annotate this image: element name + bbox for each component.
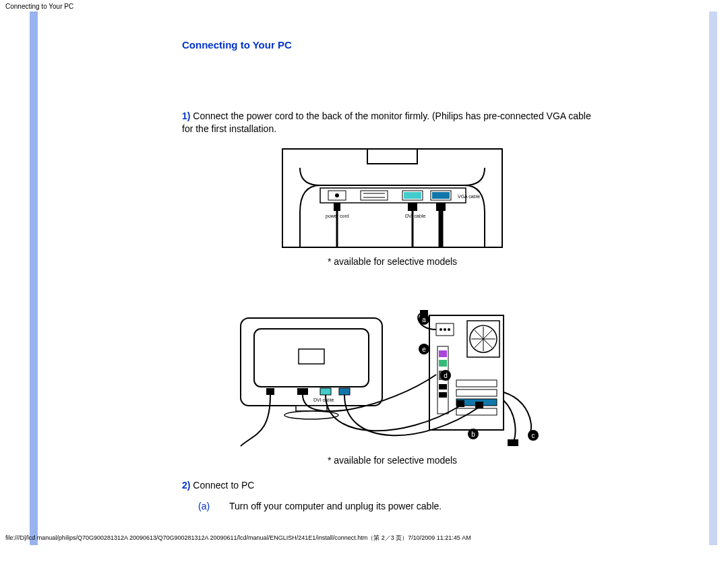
main-content: Connecting to Your PC 1) Connect the pow… (182, 38, 603, 513)
svg-rect-20 (299, 349, 324, 364)
svg-rect-45 (456, 380, 497, 387)
svg-rect-44 (439, 392, 447, 398)
svg-rect-43 (439, 384, 447, 389)
step-2-number: 2) (182, 480, 190, 491)
svg-text:d: d (444, 372, 448, 379)
figure2-caption: * available for selective models (182, 454, 603, 467)
svg-rect-23 (266, 388, 274, 395)
svg-rect-59 (456, 400, 464, 407)
right-accent-stripe (709, 11, 717, 545)
svg-rect-41 (439, 360, 447, 367)
svg-rect-11 (432, 192, 450, 199)
page-header-label: Connecting to Your PC (0, 0, 728, 11)
svg-rect-60 (475, 402, 483, 408)
svg-rect-25 (320, 388, 331, 395)
svg-rect-16 (436, 203, 446, 211)
svg-point-36 (439, 328, 442, 331)
step-2-text: 2) Connect to PC (182, 479, 603, 492)
substep-a: (a) Turn off your computer and unplug it… (198, 500, 603, 513)
svg-text:c: c (532, 432, 535, 439)
svg-rect-26 (339, 388, 350, 395)
vga-cable-label: VGA cable (458, 194, 480, 199)
section-title: Connecting to Your PC (182, 38, 603, 52)
svg-text:e: e (422, 346, 426, 353)
svg-point-37 (444, 328, 446, 331)
svg-rect-61 (420, 310, 428, 317)
step-1-text: 1) Connect the power cord to the back of… (182, 110, 603, 135)
svg-point-38 (448, 328, 450, 331)
svg-rect-9 (404, 192, 421, 199)
monitor-pc-wiring-illustration-icon: DVI cable (234, 299, 551, 447)
svg-rect-46 (456, 389, 497, 396)
monitor-back-illustration-icon: power cord DVI cable VGA cable (281, 148, 504, 249)
svg-text:a: a (422, 316, 426, 323)
page-body: Connecting to Your PC 1) Connect the pow… (0, 11, 728, 545)
substep-a-text: Turn off your computer and unplug its po… (229, 500, 442, 513)
svg-rect-1 (367, 149, 417, 164)
svg-rect-40 (439, 350, 447, 357)
dvi-cable-label: DVI cable (405, 214, 425, 218)
step-1-body: Connect the power cord to the back of th… (182, 111, 591, 134)
step-1-number: 1) (182, 111, 190, 121)
substep-a-letter: (a) (198, 500, 229, 513)
figure1-caption: * available for selective models (182, 255, 603, 268)
power-cord-label: power cord (326, 214, 349, 219)
svg-rect-14 (408, 203, 417, 211)
left-accent-stripe (30, 11, 38, 545)
svg-text:DVI cable: DVI cable (313, 398, 334, 402)
svg-rect-24 (297, 388, 308, 395)
svg-text:b: b (471, 431, 475, 438)
svg-point-4 (335, 193, 339, 197)
step-2-body: Connect to PC (190, 480, 254, 491)
svg-rect-12 (334, 203, 340, 211)
svg-rect-5 (361, 191, 388, 200)
svg-rect-62 (508, 439, 518, 446)
figure-monitor-to-pc: DVI cable (182, 299, 603, 447)
figure-monitor-back: power cord DVI cable VGA cable (182, 148, 603, 249)
page-footer-path: file:///D|/lcd manual/philips/Q70G900281… (0, 534, 728, 542)
